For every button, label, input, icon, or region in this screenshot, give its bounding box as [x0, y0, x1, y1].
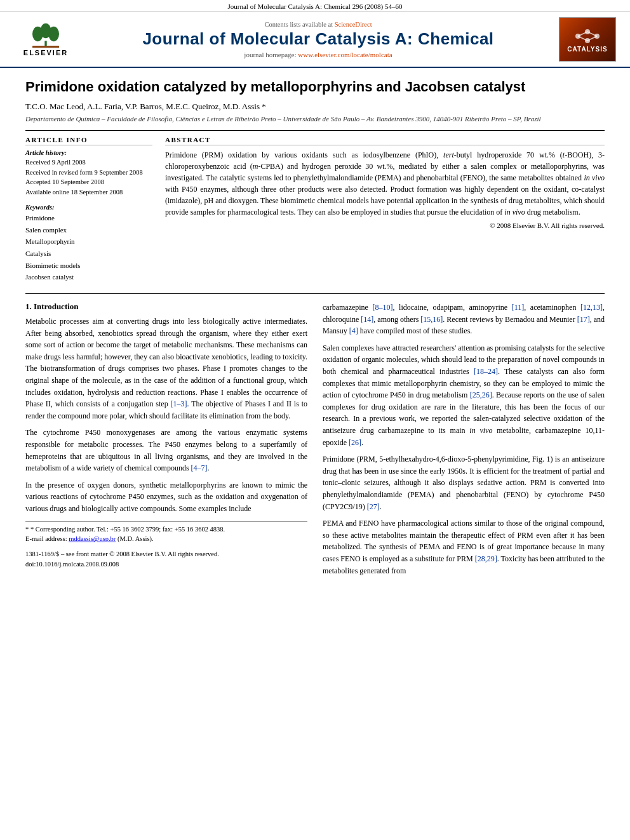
article-title: Primidone oxidation catalyzed by metallo… [25, 78, 605, 97]
svg-point-3 [48, 27, 59, 42]
ref-link-18-24[interactable]: [18–24] [474, 367, 498, 376]
footer-issn-line: 1381-1169/$ – see front matter © 2008 El… [25, 549, 307, 570]
intro-para-3: In the presence of oxygen donors, synthe… [25, 479, 307, 515]
article-meta-section: ARTICLE INFO Article history: Received 9… [25, 136, 605, 283]
journal-citation: Journal of Molecular Catalysis A: Chemic… [228, 3, 403, 10]
authors-text: T.C.O. Mac Leod, A.L. Faria, V.P. Barros… [25, 102, 266, 111]
keyword-4: Catalysis [25, 248, 152, 260]
footnote-email-line: E-mail address: mddassis@usp.br (M.D. As… [25, 534, 307, 544]
footer-issn: 1381-1169/$ – see front matter © 2008 El… [25, 549, 307, 559]
keyword-5: Biomimetic models [25, 260, 152, 272]
catalysis-logo-area: CATALYSIS [553, 17, 622, 62]
citation-bar: Journal of Molecular Catalysis A: Chemic… [0, 0, 630, 12]
sciencedirect-bar: Contents lists available at ScienceDirec… [84, 21, 553, 28]
ref-link-4-7[interactable]: [4–7] [191, 463, 208, 472]
ref-link-15-16[interactable]: [15,16] [420, 315, 443, 324]
body-col-right: carbamazepine [8–10], lidocaine, odapipa… [323, 302, 605, 582]
received-date-revised: Received in revised form 9 September 200… [25, 168, 152, 178]
right-para-2: Salen complexes have attracted researche… [323, 342, 605, 448]
catalysis-logo: CATALYSIS [559, 17, 616, 62]
ref-link-27[interactable]: [27] [367, 502, 380, 511]
ref-link-4[interactable]: [4] [349, 326, 358, 335]
svg-rect-4 [32, 46, 59, 48]
keyword-1: Primidone [25, 212, 152, 224]
right-para-1: carbamazepine [8–10], lidocaine, odapipa… [323, 302, 605, 337]
svg-line-10 [587, 32, 597, 36]
article-history: Article history: Received 9 April 2008 R… [25, 149, 152, 197]
body-col-left: 1. Introduction Metabolic processes aim … [25, 302, 307, 582]
keyword-3: Metalloporphyrin [25, 236, 152, 248]
keywords-label: Keywords: [25, 204, 152, 211]
affiliation: Departamento de Química – Faculdade de F… [25, 114, 605, 124]
homepage-link[interactable]: www.elsevier.com/locate/molcata [298, 51, 392, 58]
ref-link-14[interactable]: [14] [361, 315, 373, 324]
ref-link-8-10[interactable]: [8–10] [373, 303, 393, 312]
journal-homepage: journal homepage: www.elsevier.com/locat… [84, 51, 553, 58]
footnote-star-symbol: * [25, 526, 30, 533]
divider-1 [25, 130, 605, 131]
svg-line-9 [578, 32, 587, 36]
intro-para-2: The cytochrome P450 monoxygenases are am… [25, 427, 307, 474]
elsevier-logo-area: ELSEVIER [8, 22, 84, 57]
footnote-email-label: E-mail address: [25, 535, 67, 542]
abstract-copyright: © 2008 Elsevier B.V. All rights reserved… [165, 222, 605, 229]
available-online-date: Available online 18 September 2008 [25, 187, 152, 197]
footnotes: * * Corresponding author. Tel.: +55 16 3… [25, 521, 307, 570]
abstract-text: Primidone (PRM) oxidation by various oxi… [165, 149, 605, 218]
footnote-corresponding: * Corresponding author. Tel.: +55 16 360… [30, 526, 225, 533]
keyword-2: Salen complex [25, 224, 152, 236]
body-section: 1. Introduction Metabolic processes aim … [25, 293, 605, 582]
footnote-email-name: (M.D. Assis). [117, 535, 154, 542]
ref-link-28-29[interactable]: [28,29] [475, 554, 497, 563]
authors-line: T.C.O. Mac Leod, A.L. Faria, V.P. Barros… [25, 102, 605, 112]
sciencedirect-link[interactable]: ScienceDirect [335, 21, 372, 28]
elsevier-tree-icon [27, 22, 65, 49]
section1-heading: 1. Introduction [25, 302, 307, 312]
keywords-section: Keywords: Primidone Salen complex Metall… [25, 204, 152, 283]
catalysis-logo-graphic [572, 27, 603, 46]
ref-link-1-3[interactable]: [1–3] [171, 399, 187, 408]
svg-line-12 [578, 36, 587, 41]
journal-header: ELSEVIER Contents lists available at Sci… [0, 12, 630, 68]
article-info-label: ARTICLE INFO [25, 136, 152, 145]
accepted-date: Accepted 10 September 2008 [25, 177, 152, 187]
received-date-1: Received 9 April 2008 [25, 157, 152, 168]
journal-title-area: Contents lists available at ScienceDirec… [84, 21, 553, 58]
ref-link-11[interactable]: [11] [512, 303, 525, 312]
ref-link-17[interactable]: [17] [577, 315, 590, 324]
intro-para-1: Metabolic processes aim at converting dr… [25, 316, 307, 422]
svg-line-11 [587, 36, 597, 41]
main-content: Primidone oxidation catalyzed by metallo… [0, 68, 630, 592]
abstract-col: ABSTRACT Primidone (PRM) oxidation by va… [165, 136, 605, 283]
footnote-email-link[interactable]: mddassis@usp.br [69, 535, 116, 542]
catalysis-logo-text: CATALYSIS [567, 46, 607, 53]
article-history-label: Article history: [25, 149, 152, 156]
right-para-3: Primidone (PRM, 5-ethylhexahydro-4,6-dio… [323, 453, 605, 512]
keyword-6: Jacobsen catalyst [25, 271, 152, 283]
right-para-4: PEMA and FENO have pharmacological actio… [323, 517, 605, 577]
abstract-label: ABSTRACT [165, 136, 605, 145]
ref-link-26[interactable]: [26] [349, 438, 361, 447]
elsevier-wordmark: ELSEVIER [23, 49, 68, 57]
footer-doi: doi:10.1016/j.molcata.2008.09.008 [25, 559, 307, 570]
article-info-col: ARTICLE INFO Article history: Received 9… [25, 136, 152, 283]
ref-link-12-13[interactable]: [12,13] [580, 303, 603, 312]
ref-link-25-26[interactable]: [25,26] [470, 390, 492, 399]
body-two-col: 1. Introduction Metabolic processes aim … [25, 302, 605, 582]
journal-title: Journal of Molecular Catalysis A: Chemic… [84, 29, 553, 49]
footnote-star-line: * * Corresponding author. Tel.: +55 16 3… [25, 524, 307, 535]
